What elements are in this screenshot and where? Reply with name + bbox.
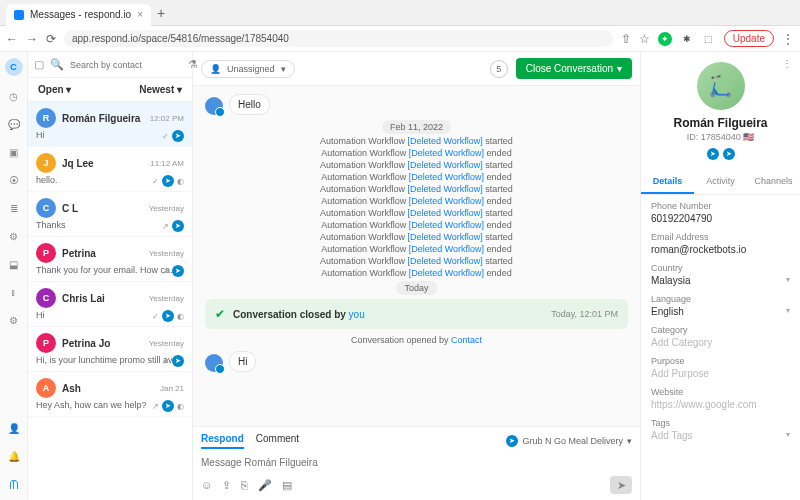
workflow-link[interactable]: [Deleted Workflow] (409, 148, 484, 158)
assignee-dropdown[interactable]: 👤 Unassigned ▾ (201, 60, 295, 78)
contacts-icon[interactable]: ▣ (6, 144, 22, 160)
opened-by-link[interactable]: Contact (451, 335, 482, 345)
workflow-link[interactable]: [Deleted Workflow] (409, 268, 484, 278)
conversation-item[interactable]: CChris LaiYesterdayHi✓➤◐ (28, 282, 192, 327)
profile-avatar: 🛴 (697, 62, 745, 110)
broadcast-icon[interactable]: ⦿ (6, 172, 22, 188)
contact-avatar (205, 354, 223, 372)
details-tab[interactable]: Details (641, 170, 694, 194)
send-button[interactable]: ➤ (610, 476, 632, 494)
forward-icon[interactable]: → (26, 32, 38, 46)
check-circle-icon: ✔ (215, 307, 225, 321)
new-tab-button[interactable]: + (157, 5, 165, 21)
workflows-icon[interactable]: ≣ (6, 200, 22, 216)
workflow-link[interactable]: [Deleted Workflow] (407, 136, 482, 146)
workflow-link[interactable]: [Deleted Workflow] (409, 244, 484, 254)
extension-icon-3[interactable]: ⬚ (702, 32, 716, 46)
message-thread[interactable]: Hello Feb 11, 2022 Automation Workflow [… (193, 86, 640, 426)
sort-filter[interactable]: Newest ▾ (139, 84, 182, 95)
conversation-main: 👤 Unassigned ▾ 5 Close Conversation ▾ He… (193, 52, 640, 500)
close-tab-icon[interactable]: × (137, 9, 143, 20)
conversation-item[interactable]: CC LYesterdayThanks↗➤ (28, 192, 192, 237)
conversation-item[interactable]: AAshJan 21Hey Ash, how can we help?↗➤◐ (28, 372, 192, 417)
chevron-down-icon: ▾ (786, 306, 790, 315)
tags-field[interactable]: Add Tags (651, 430, 790, 441)
close-conversation-button[interactable]: Close Conversation ▾ (516, 58, 632, 79)
timestamp: Yesterday (149, 204, 184, 213)
user-avatar-icon[interactable]: 👤 (6, 420, 22, 436)
workflow-link[interactable]: [Deleted Workflow] (407, 256, 482, 266)
language-field[interactable]: English (651, 306, 790, 317)
channel-selector[interactable]: ➤ Grub N Go Meal Delivery ▾ (506, 433, 632, 449)
category-field[interactable]: Add Category (651, 337, 790, 348)
reload-icon[interactable]: ⟳ (46, 32, 56, 46)
telegram-icon[interactable]: ➤ (723, 148, 735, 160)
workflow-link[interactable]: [Deleted Workflow] (409, 220, 484, 230)
notifications-icon[interactable]: 🔔 (6, 448, 22, 464)
bookmark-icon[interactable]: ☆ (639, 32, 650, 46)
workflow-log: Automation Workflow [Deleted Workflow] e… (205, 268, 628, 278)
message-input[interactable] (201, 453, 632, 472)
conversation-closed-banner: ✔ Conversation closed by you Today, 12:0… (205, 299, 628, 329)
workflow-link[interactable]: [Deleted Workflow] (407, 160, 482, 170)
attachment-icon[interactable]: ⇪ (222, 479, 231, 492)
nav-rail: C ◷ 💬 ▣ ⦿ ≣ ⚙ ⬓ ⫾ ⚙ 👤 🔔 ⫙ (0, 52, 28, 500)
date-separator: Today (205, 282, 628, 293)
channels-tab[interactable]: Channels (747, 170, 800, 194)
open-filter[interactable]: Open ▾ (38, 84, 71, 95)
update-button[interactable]: Update (724, 30, 774, 47)
profile-menu-icon[interactable]: ⋮ (782, 58, 792, 69)
conversation-item[interactable]: RRomán Filgueira12:02 PMHi✓➤ (28, 102, 192, 147)
search-input[interactable] (70, 60, 182, 70)
avatar: C (36, 198, 56, 218)
conversation-item[interactable]: JJq Lee11:12 AMhello.✓➤◐ (28, 147, 192, 192)
inbox-icon[interactable]: ▢ (34, 58, 44, 71)
conversation-item[interactable]: PPetrina JoYesterdayHi, is your lunchtim… (28, 327, 192, 372)
url-input[interactable]: app.respond.io/space/54816/message/17854… (64, 30, 613, 47)
extension-icon-2[interactable]: ✱ (680, 32, 694, 46)
settings-icon[interactable]: ⚙ (6, 228, 22, 244)
closed-by-link[interactable]: you (349, 309, 365, 320)
telegram-icon[interactable]: ➤ (707, 148, 719, 160)
chevron-down-icon: ▾ (627, 436, 632, 446)
search-icon[interactable]: 🔍 (50, 58, 64, 71)
snippet-icon[interactable]: ⎘ (241, 479, 248, 491)
conversation-item[interactable]: PPetrinaYesterdayThank you for your emai… (28, 237, 192, 282)
step-indicator[interactable]: 5 (490, 60, 508, 78)
org-icon[interactable]: ⬓ (6, 256, 22, 272)
email-field[interactable]: roman@rocketbots.io (651, 244, 790, 255)
website-field[interactable]: https://www.google.com (651, 399, 790, 410)
workspace-avatar[interactable]: C (5, 58, 23, 76)
extension-icon-1[interactable]: ✦ (658, 32, 672, 46)
phone-field[interactable]: 60192204790 (651, 213, 790, 224)
address-bar: ← → ⟳ app.respond.io/space/54816/message… (0, 26, 800, 52)
emoji-icon[interactable]: ☺ (201, 479, 212, 491)
workflow-link[interactable]: [Deleted Workflow] (407, 208, 482, 218)
workflow-link[interactable]: [Deleted Workflow] (407, 232, 482, 242)
messages-icon[interactable]: 💬 (6, 116, 22, 132)
template-icon[interactable]: ▤ (282, 479, 292, 492)
gear-icon[interactable]: ⚙ (6, 312, 22, 328)
activity-tab[interactable]: Activity (694, 170, 747, 194)
share-icon[interactable]: ⇧ (621, 32, 631, 46)
chevron-down-icon: ▾ (281, 64, 286, 74)
comment-tab[interactable]: Comment (256, 433, 299, 449)
avatar: J (36, 153, 56, 173)
conversation-opened-line: Conversation opened by Contact (205, 335, 628, 345)
chevron-down-icon: ▾ (617, 63, 622, 74)
avatar: P (36, 333, 56, 353)
conversation-search-bar: ▢ 🔍 ⚗ (28, 52, 192, 78)
contact-name: Petrina (62, 248, 143, 259)
browser-tab[interactable]: Messages - respond.io × (6, 4, 151, 26)
back-icon[interactable]: ← (6, 32, 18, 46)
workflow-link[interactable]: [Deleted Workflow] (409, 172, 484, 182)
browser-menu-icon[interactable]: ⋮ (782, 32, 794, 46)
reports-icon[interactable]: ⫾ (6, 284, 22, 300)
purpose-field[interactable]: Add Purpose (651, 368, 790, 379)
country-field[interactable]: Malaysia (651, 275, 790, 286)
workflow-link[interactable]: [Deleted Workflow] (407, 184, 482, 194)
voice-icon[interactable]: 🎤 (258, 479, 272, 492)
respond-tab[interactable]: Respond (201, 433, 244, 449)
workflow-link[interactable]: [Deleted Workflow] (409, 196, 484, 206)
dashboard-icon[interactable]: ◷ (6, 88, 22, 104)
